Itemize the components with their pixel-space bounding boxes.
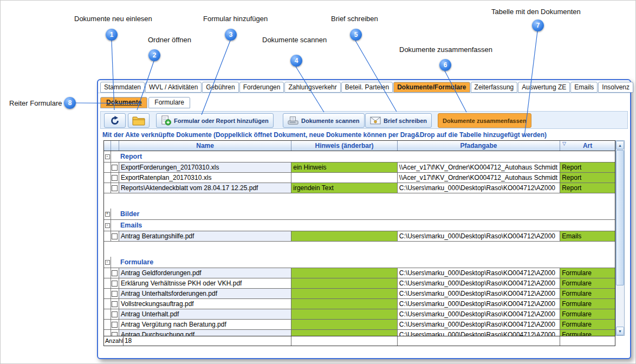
subtab-formulare[interactable]: Formulare <box>148 97 190 108</box>
add-form-or-report-label: Formular oder Report hinzufügen <box>174 118 269 124</box>
row-checkbox-cell <box>111 299 119 309</box>
scan-documents-button[interactable]: Dokumente scannen <box>283 113 365 128</box>
scanner-icon <box>288 116 298 125</box>
table-row[interactable]: Antrag Unterhalt.pdfC:\Users\marku_000\D… <box>104 309 615 320</box>
row-checkbox[interactable] <box>112 185 118 191</box>
tab-auswertung-ze[interactable]: Auswertung ZE <box>518 82 570 93</box>
tab-zeiterfassung[interactable]: Zeiterfassung <box>471 82 518 93</box>
cell-hinweis[interactable] <box>291 309 398 319</box>
table-row[interactable]: Vollstreckungsauftrag.pdfC:\Users\marku_… <box>104 299 615 309</box>
group-toggle-cell: - <box>104 151 111 162</box>
table-row[interactable]: Antrag Geldforderungen.pdfC:\Users\marku… <box>104 268 615 278</box>
row-checkbox[interactable] <box>112 291 118 297</box>
row-checkbox[interactable] <box>112 322 118 328</box>
cell-pfad: \\Acer_v17\f\KV_Ordner\KO004712_Autohaus… <box>398 173 560 183</box>
tab-wvl-aktivit-ten[interactable]: WVL / Aktivitäten <box>145 82 202 93</box>
cell-hinweis[interactable] <box>291 173 398 183</box>
table-row[interactable]: ExportRatenplan_20170310.xls\\Acer_v17\f… <box>104 173 615 183</box>
cell-art: Report <box>560 162 615 172</box>
cell-art: Report <box>560 173 615 183</box>
cell-hinweis[interactable] <box>291 268 398 278</box>
callout-label-4: Dokumente scannen <box>262 36 327 44</box>
open-folder-button[interactable] <box>128 113 150 128</box>
row-checkbox[interactable] <box>112 165 118 171</box>
table-row[interactable]: Reports\Aktendeckblatt vom 28.04.17 12.2… <box>104 183 615 193</box>
cell-name: ExportForderungen_20170310.xls <box>119 162 291 172</box>
cell-art: Emails <box>560 231 615 241</box>
table-scrollbar[interactable]: ▲ ▼ <box>615 140 625 336</box>
refresh-icon <box>109 115 120 126</box>
cell-hinweis[interactable]: ein Hinweis <box>291 162 398 172</box>
tab-stammdaten[interactable]: Stammdaten <box>100 82 145 93</box>
table-row[interactable]: ExportForderungen_20170310.xlsein Hinwei… <box>104 162 615 173</box>
row-indicator-cell <box>104 299 111 309</box>
scrollbar-down-icon[interactable]: ▼ <box>616 327 624 335</box>
cell-art: Report <box>560 183 615 193</box>
cell-hinweis[interactable]: irgendein Text <box>291 183 398 193</box>
cell-art: Formulare <box>560 278 615 288</box>
group-name: Emails <box>111 220 615 231</box>
cell-hinweis[interactable] <box>291 320 398 329</box>
tab-zahlungsverkehr[interactable]: Zahlungsverkehr <box>284 82 340 93</box>
tab-insolvenz[interactable]: Insolvenz <box>598 82 633 93</box>
cell-pfad: C:\Users\marku_000\Desktop\Raso\KO004712… <box>398 183 560 193</box>
table-row[interactable]: Antrag Unterhaltsforderungen.pdfC:\Users… <box>104 289 615 299</box>
row-checkbox-cell <box>111 320 119 329</box>
row-indicator-cell <box>104 162 111 172</box>
scrollbar-up-icon[interactable]: ▲ <box>616 141 624 150</box>
scrollbar-thumb[interactable] <box>616 150 624 285</box>
cell-hinweis[interactable] <box>291 330 398 336</box>
tab-emails[interactable]: Emails <box>570 82 598 93</box>
tab-dokumente-formulare[interactable]: Dokumente/Formulare <box>393 82 470 93</box>
tab-forderungen[interactable]: Forderungen <box>239 82 284 93</box>
table-row[interactable]: Erklärung Verhältnisse PKH oder VKH.pdfC… <box>104 278 615 289</box>
tab-geb-hren[interactable]: Gebühren <box>202 82 238 93</box>
documents-table: NameHinweis (änderbar)PfadangabeArt▽ -Re… <box>103 140 615 346</box>
callout-label-8: Reiter Formulare <box>9 99 62 107</box>
table-row[interactable]: Antrag Vergütung nach Beratung.pdfC:\Use… <box>104 320 615 330</box>
column-header-name[interactable]: Name <box>119 141 291 151</box>
column-header-art[interactable]: Art <box>560 141 615 151</box>
row-checkbox[interactable] <box>112 281 118 287</box>
cell-name: Antrag Geldforderungen.pdf <box>119 268 291 278</box>
scan-documents-label: Dokumente scannen <box>301 118 360 124</box>
row-checkbox-cell <box>111 162 119 172</box>
column-header-pfadangabe[interactable]: Pfadangabe <box>398 141 560 151</box>
column-header-hinweis-nderbar[interactable]: Hinweis (änderbar) <box>291 141 398 151</box>
group-toggle-collapse-icon[interactable]: - <box>105 260 110 265</box>
cell-art: Formulare <box>560 309 615 319</box>
row-checkbox-cell <box>111 278 119 288</box>
group-toggle-collapse-icon[interactable]: - <box>105 154 110 159</box>
group-toggle-expand-icon[interactable]: + <box>105 212 110 217</box>
group-toggle-collapse-icon[interactable]: - <box>105 223 110 228</box>
row-checkbox[interactable] <box>112 233 118 239</box>
callout-number-2: 2 <box>148 49 160 61</box>
callout-label-2: Ordner öffnen <box>148 36 191 44</box>
cell-hinweis[interactable] <box>291 289 398 298</box>
row-checkbox-cell <box>111 289 119 298</box>
table-row[interactable]: Antrag Durchsuchung.pdfC:\Users\marku_00… <box>104 330 615 336</box>
subtab-dokumente[interactable]: Dokumente <box>100 97 147 108</box>
cell-art: Formulare <box>560 289 615 298</box>
add-form-or-report-button[interactable]: Formular oder Report hinzufügen <box>156 113 274 128</box>
merge-documents-button[interactable]: Dokumente zusammenfassen <box>438 113 531 128</box>
callout-number-3: 3 <box>225 29 237 41</box>
row-checkbox[interactable] <box>112 332 118 336</box>
cell-hinweis[interactable] <box>291 231 398 241</box>
write-letter-button[interactable]: Brief schreiben <box>365 113 432 128</box>
callout-number-4: 4 <box>290 55 302 67</box>
cell-hinweis[interactable] <box>291 278 398 288</box>
row-checkbox[interactable] <box>112 175 118 181</box>
row-checkbox-cell <box>111 183 119 193</box>
footer-empty-art <box>560 336 615 346</box>
cell-name: Vollstreckungsauftrag.pdf <box>119 299 291 309</box>
tab-beteil-parteien[interactable]: Beteil. Parteien <box>341 82 393 93</box>
table-row[interactable]: Antrag Beratungshilfe.pdfC:\Users\marku_… <box>104 231 615 242</box>
merge-documents-label: Dokumente zusammenfassen <box>443 118 527 124</box>
row-checkbox[interactable] <box>112 270 118 276</box>
row-checkbox[interactable] <box>112 311 118 317</box>
cell-hinweis[interactable] <box>291 299 398 309</box>
cell-pfad: C:\Users\marku_000\Desktop\Raso\KO004712… <box>398 278 560 288</box>
row-checkbox[interactable] <box>112 301 118 307</box>
reload-documents-button[interactable] <box>104 113 126 128</box>
